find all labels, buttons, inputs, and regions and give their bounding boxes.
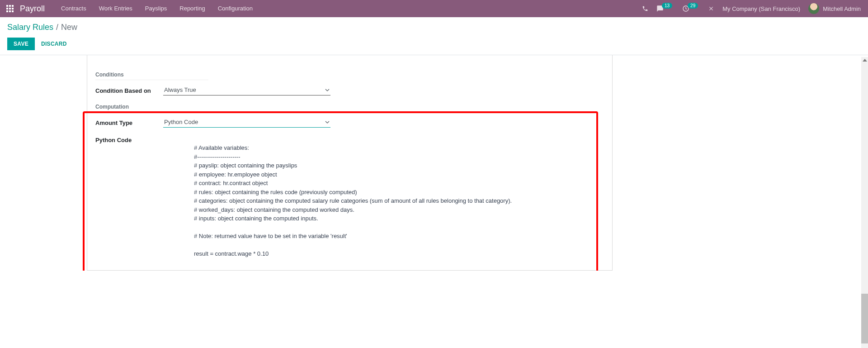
nav-item-configuration[interactable]: Configuration	[212, 0, 259, 17]
select-amount-type[interactable]: Python Code	[163, 118, 330, 128]
select-condition-value: Always True	[164, 86, 196, 93]
nav-item-payslips[interactable]: Payslips	[139, 0, 173, 17]
navbar: Payroll Contracts Work Entries Payslips …	[0, 0, 868, 17]
python-code-textarea[interactable]: # Available variables: #----------------…	[194, 143, 592, 258]
user-name: Mitchell Admin	[823, 5, 861, 12]
activities-badge: 29	[688, 3, 698, 9]
label-python-code: Python Code	[95, 137, 163, 143]
save-button[interactable]: SAVE	[7, 38, 35, 50]
messages-badge: 13	[662, 3, 672, 9]
select-amount-type-value: Python Code	[164, 119, 198, 125]
label-condition-based-on: Condition Based on	[95, 87, 163, 94]
form-wrap: Conditions Condition Based on Always Tru…	[0, 55, 868, 271]
notebook-tabs-placeholder	[87, 55, 612, 60]
messages-icon[interactable]: 13	[656, 5, 674, 12]
user-menu[interactable]: Mitchell Admin	[808, 3, 861, 14]
debug-icon[interactable]	[708, 5, 714, 12]
section-title-conditions: Conditions	[95, 72, 208, 80]
scrollbar[interactable]	[861, 57, 868, 271]
activities-icon[interactable]: 29	[682, 5, 700, 12]
control-actions: SAVE DISCARD	[7, 38, 861, 50]
discard-button[interactable]: DISCARD	[41, 41, 67, 47]
breadcrumb-sep: /	[56, 23, 58, 32]
phone-icon[interactable]	[642, 5, 648, 12]
label-amount-type: Amount Type	[95, 119, 163, 126]
row-amount-type: Amount Type Python Code	[95, 118, 604, 128]
gutter-left	[0, 55, 87, 271]
row-condition-based-on: Condition Based on Always True	[95, 86, 604, 95]
form-body: Conditions Condition Based on Always Tru…	[87, 60, 612, 258]
nav-item-reporting[interactable]: Reporting	[173, 0, 211, 17]
company-switcher[interactable]: My Company (San Francisco)	[722, 5, 800, 12]
nav-menu: Contracts Work Entries Payslips Reportin…	[55, 0, 259, 17]
form-sheet: Conditions Condition Based on Always Tru…	[87, 55, 613, 271]
chevron-down-icon	[325, 120, 330, 124]
nav-item-contracts[interactable]: Contracts	[55, 0, 93, 17]
breadcrumb-current: New	[61, 23, 77, 32]
breadcrumb: Salary Rules / New	[7, 23, 861, 32]
nav-item-work-entries[interactable]: Work Entries	[93, 0, 139, 17]
apps-menu-icon[interactable]	[4, 2, 16, 15]
control-bar: Salary Rules / New SAVE DISCARD	[0, 17, 868, 55]
breadcrumb-root[interactable]: Salary Rules	[7, 23, 53, 32]
row-python-code: Python Code	[95, 136, 604, 143]
nav-left: Payroll Contracts Work Entries Payslips …	[4, 0, 259, 17]
nav-right: 13 29 My Company (San Francisco) Mitchel…	[642, 3, 864, 14]
select-condition-based-on[interactable]: Always True	[163, 86, 330, 95]
section-title-computation: Computation	[95, 104, 208, 112]
chevron-down-icon	[325, 88, 330, 92]
app-title[interactable]: Payroll	[20, 4, 45, 14]
avatar	[808, 3, 819, 14]
scroll-up-icon[interactable]	[863, 59, 867, 62]
